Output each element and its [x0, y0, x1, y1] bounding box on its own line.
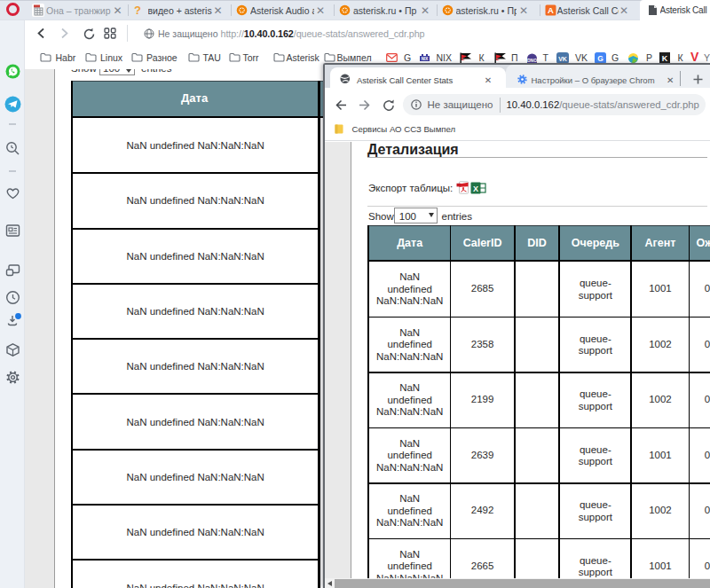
svg-text:G: G [597, 54, 604, 63]
svg-text:X: X [473, 184, 478, 192]
svg-text:VK: VK [558, 56, 567, 62]
svg-text:A: A [548, 5, 554, 15]
svg-text:K: K [662, 53, 668, 62]
svg-text:DNO: DNO [526, 58, 536, 63]
svg-text:NIX: NIX [422, 57, 429, 61]
